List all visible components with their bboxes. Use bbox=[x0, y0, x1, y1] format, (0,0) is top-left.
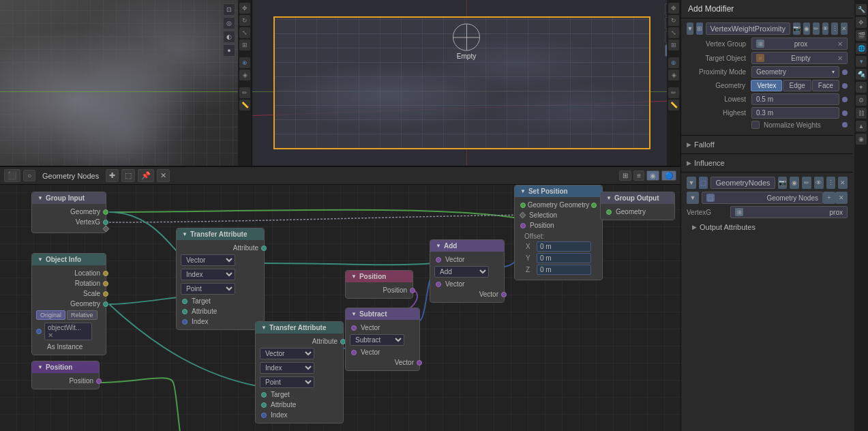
highest-dot[interactable] bbox=[842, 110, 848, 116]
highest-value[interactable]: 0.3 m bbox=[751, 107, 839, 119]
index-socket-t1[interactable] bbox=[182, 319, 188, 325]
modifier1-close-icon[interactable]: ✕ bbox=[841, 23, 848, 35]
edge-btn[interactable]: Edge bbox=[783, 80, 811, 91]
add-out-socket[interactable] bbox=[501, 292, 507, 297]
node-object-info[interactable]: ▼ Object Info Location Rotation bbox=[31, 253, 106, 355]
subtract-out-socket[interactable] bbox=[417, 360, 422, 366]
ng-unlink-icon[interactable]: ✕ bbox=[835, 192, 848, 204]
proximity-mode-value[interactable]: Geometry ▾ bbox=[751, 66, 839, 78]
node-group-input[interactable]: ▼ Group Input Geometry VertexG bbox=[31, 192, 106, 233]
modifier2-more-icon[interactable]: ⋮ bbox=[826, 177, 836, 189]
relative-btn[interactable]: Relative bbox=[67, 310, 98, 320]
position-bl-socket[interactable] bbox=[96, 378, 102, 384]
transfer1-mapping-select[interactable]: Point bbox=[181, 283, 235, 295]
viewport-solid-icon[interactable]: ● bbox=[223, 44, 235, 57]
viewport-3d-left[interactable]: ✥ ↻ ⤡ ⊞ ⊕ ◈ ✏ 📏 ⊡ ◎ ◐ ● bbox=[0, 0, 252, 166]
group-output-header[interactable]: ▼ Group Output bbox=[601, 192, 674, 204]
pin-icon[interactable]: 📌 bbox=[138, 169, 154, 182]
node-object-info-header[interactable]: ▼ Object Info bbox=[32, 254, 106, 265]
vertexg-value[interactable]: ⊞ prox bbox=[730, 206, 848, 218]
target-socket-t2[interactable] bbox=[261, 392, 267, 398]
node-group-input-header[interactable]: ▼ Group Input bbox=[32, 192, 106, 204]
scale-socket[interactable] bbox=[103, 291, 108, 297]
subtract-vec-socket[interactable] bbox=[351, 325, 357, 331]
active-tool-icon[interactable]: ✥ bbox=[856, 17, 867, 28]
vertex-group-clear[interactable]: ✕ bbox=[837, 40, 843, 48]
output-attributes-section[interactable]: ▶ Output Attributes bbox=[687, 220, 848, 234]
geometry-btns-dot[interactable] bbox=[842, 83, 848, 89]
proximity-mode-dot[interactable] bbox=[842, 70, 848, 75]
output-attr-header[interactable]: ▶ Output Attributes bbox=[692, 223, 842, 231]
lowest-value[interactable]: 0.5 m bbox=[751, 93, 839, 105]
cursor-icon-r[interactable]: ⊕ bbox=[668, 57, 679, 68]
modifier1-view-icon[interactable]: 👁 bbox=[822, 23, 829, 35]
modifier2-cam-icon[interactable]: 📷 bbox=[778, 177, 788, 189]
select-icon[interactable]: ◈ bbox=[239, 70, 250, 80]
obj-input-socket[interactable] bbox=[36, 329, 42, 334]
rotation-socket[interactable] bbox=[103, 281, 108, 286]
index-socket-t2[interactable] bbox=[261, 413, 267, 418]
influence-header[interactable]: ▶ Influence bbox=[687, 157, 848, 169]
modifier2-name[interactable]: GeometryNodes bbox=[710, 177, 775, 189]
object-props-icon[interactable]: ▾ bbox=[856, 56, 867, 67]
go-geo-socket[interactable] bbox=[606, 209, 612, 215]
face-btn[interactable]: Face bbox=[812, 80, 839, 91]
close-editor-icon[interactable]: ✕ bbox=[157, 169, 170, 182]
move-icon-r[interactable]: ✥ bbox=[668, 3, 679, 14]
position-mid-socket[interactable] bbox=[410, 288, 415, 293]
modifier1-collapse[interactable]: ▼ bbox=[687, 23, 693, 35]
subtract-vec2-socket[interactable] bbox=[351, 350, 357, 355]
viewport-3d-right[interactable]: Empty ⊡ ◎ ◐ ● ✥ ↻ ⤡ ⊞ ⊕ ◈ bbox=[252, 0, 680, 166]
original-btn[interactable]: Original bbox=[36, 310, 65, 320]
scene-icon[interactable]: 🎬 bbox=[856, 30, 867, 41]
modifier2-collapse[interactable]: ▼ bbox=[687, 177, 696, 189]
scale-icon-r[interactable]: ⤡ bbox=[668, 27, 679, 38]
attr-socket[interactable] bbox=[261, 246, 267, 251]
ng-new-icon[interactable]: + bbox=[823, 192, 835, 204]
add-header[interactable]: ▼ Add bbox=[430, 240, 504, 252]
transfer1-header[interactable]: ▼ Transfer Attribute bbox=[177, 228, 264, 240]
physics-icon[interactable]: ⚙ bbox=[856, 95, 867, 106]
sp-geo-out-socket[interactable] bbox=[591, 203, 597, 208]
node-transfer1[interactable]: ▼ Transfer Attribute Attribute Vector In… bbox=[176, 228, 265, 330]
vertexg-socket[interactable] bbox=[103, 220, 108, 225]
modifier1-name[interactable]: VertexWeightProximity bbox=[706, 23, 790, 35]
subtract-header[interactable]: ▼ Subtract bbox=[346, 308, 419, 320]
node-position-mid[interactable]: ▼ Position Position bbox=[345, 270, 413, 299]
modifier2-edit-icon[interactable]: ✏ bbox=[802, 177, 811, 189]
subtract-op-select[interactable]: Subtract bbox=[350, 334, 404, 346]
vertex-group-value[interactable]: ⊞ prox ✕ bbox=[751, 38, 848, 50]
transform-icon-r[interactable]: ⊞ bbox=[668, 40, 679, 50]
transfer2-type-select[interactable]: Vector bbox=[260, 348, 314, 359]
obj-geometry-socket[interactable] bbox=[103, 301, 108, 307]
z-val[interactable]: 0 m bbox=[537, 265, 591, 275]
geometry-socket[interactable] bbox=[103, 209, 108, 215]
modifier1-render-icon[interactable]: ◉ bbox=[803, 23, 810, 35]
ng-collapse[interactable]: ▼ bbox=[687, 192, 699, 204]
annotate-icon-r[interactable]: ✏ bbox=[668, 87, 679, 98]
lowest-dot[interactable] bbox=[842, 97, 848, 102]
measure-icon-r[interactable]: 📏 bbox=[668, 100, 679, 110]
normalize-dot[interactable] bbox=[842, 122, 848, 128]
x-val[interactable]: 0 m bbox=[537, 241, 591, 252]
modifier-icon[interactable]: 🔩 bbox=[856, 69, 867, 80]
sp-geo-in-socket[interactable] bbox=[520, 203, 526, 208]
add-vec-socket[interactable] bbox=[436, 257, 441, 263]
node-group-output[interactable]: ▼ Group Output Geometry bbox=[600, 192, 675, 220]
falloff-header[interactable]: ▶ Falloff bbox=[687, 138, 848, 151]
attribute-socket-t2[interactable] bbox=[261, 402, 267, 408]
obj-field-x[interactable]: ✕ bbox=[48, 331, 53, 339]
modifier1-cam-icon[interactable]: 📷 bbox=[793, 23, 800, 35]
modifier1-more-icon[interactable]: ⋮ bbox=[831, 23, 838, 35]
node-editor[interactable]: ⬛ ○ Geometry Nodes ✚ ⬚ 📌 ✕ ⊞ ≡ ◉ 🔵 bbox=[0, 167, 680, 431]
node-add[interactable]: ▼ Add Vector Add Vector bbox=[430, 239, 505, 303]
move-icon[interactable]: ✥ bbox=[239, 3, 250, 14]
target-socket-t1[interactable] bbox=[182, 299, 188, 304]
view-3d-btn[interactable]: 🔵 bbox=[661, 170, 676, 181]
transfer2-mapping-select[interactable]: Point bbox=[260, 376, 314, 388]
view-grid-btn[interactable]: ⊞ bbox=[619, 170, 631, 181]
node-group-value[interactable]: ⬚ Geometry Nodes bbox=[702, 192, 823, 204]
add-op-select[interactable]: Add bbox=[434, 266, 489, 278]
viewport-shading-icon[interactable]: ◐ bbox=[223, 31, 235, 43]
position-bl-header[interactable]: ▼ Position bbox=[32, 361, 99, 373]
